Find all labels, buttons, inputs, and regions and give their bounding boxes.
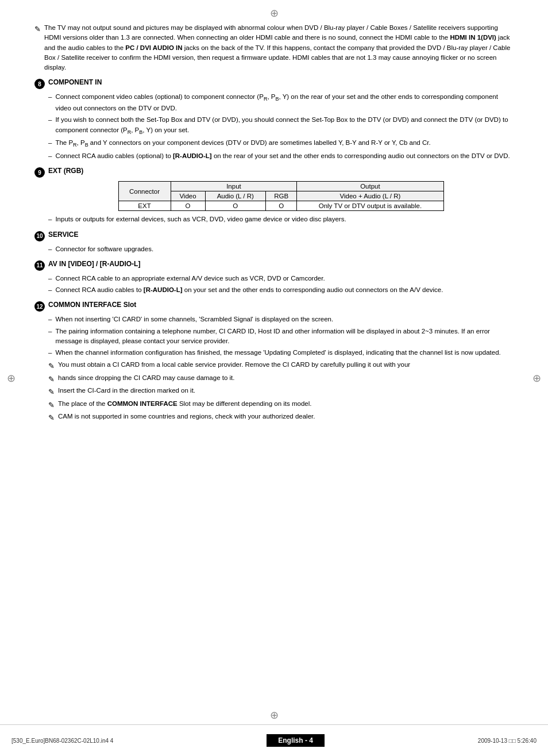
table-subheader-output-detail: Video + Audio (L / R) [297,191,443,201]
list-item: – When not inserting 'CI CARD' in some c… [48,314,514,324]
footer-left-text: [530_E.Euro]BN68-02362C-02L10.in4 4 [11,738,113,744]
note-icon: ✎ [48,412,55,424]
section8-number: 8 [34,79,45,89]
crosshair-bottom-icon: ⊕ [270,709,279,722]
note-icon: ✎ [48,386,55,398]
bullet-text: When not inserting 'CI CARD' in some cha… [55,314,514,324]
section11-header: 11 AV IN [VIDEO] / [R-AUDIO-L] [34,260,514,271]
table-header-input: Input [171,182,297,191]
list-item: – Connect component video cables (option… [48,92,514,113]
bullet-text: The PR, PB and Y connectors on your comp… [55,138,514,149]
note-icon: ✎ [48,374,55,385]
table-subheader-video: Video [171,191,205,201]
dash-icon: – [48,314,52,324]
footer-center: English - 4 [267,734,325,747]
list-item: – When the channel information configura… [48,348,514,358]
section10-title: SERVICE [48,231,78,239]
bullet-text: Connector for software upgrades. [55,244,514,254]
list-item: – If you wish to connect both the Set-To… [48,115,514,136]
dash-icon: – [48,244,52,254]
section12-header: 12 COMMON INTERFACE Slot [34,301,514,312]
page-footer: [530_E.Euro]BN68-02362C-02L10.in4 4 Engl… [0,724,548,756]
crosshair-left-icon: ⊕ [7,372,16,385]
section12-title: COMMON INTERFACE Slot [48,301,136,309]
dash-icon: – [48,327,52,336]
ci-note-2: ✎ hands since dropping the CI CARD may c… [48,373,514,385]
footer-right-text: 2009-10-13 □□ 5:26:40 [478,738,537,744]
crosshair-top-icon: ⊕ [270,7,279,20]
note-text: hands since dropping the CI CARD may cau… [58,373,234,383]
ext-table-wrapper: Connector Input Output Video Audio (L / … [48,181,514,224]
ci-note-1: ✎ You must obtain a CI CARD from a local… [48,360,514,372]
dash-icon: – [48,285,52,295]
table-header-output: Output [297,182,443,191]
table-cell-connector: EXT [118,201,171,211]
bullet-text: The pairing information containing a tel… [55,327,514,347]
section8-bullets: – Connect component video cables (option… [48,92,514,161]
list-item: – Connect RCA cable to an appropriate ex… [48,274,514,283]
dash-icon: – [48,151,52,161]
ext-note-text: Inputs or outputs for external devices, … [55,214,514,224]
section11-title: AV IN [VIDEO] / [R-AUDIO-L] [48,260,140,268]
list-item: – The pairing information containing a t… [48,327,514,347]
table-cell-video: O [171,201,205,211]
section11-bullets: – Connect RCA cable to an appropriate ex… [48,274,514,296]
note-icon: ✎ [48,360,55,372]
bullet-text: If you wish to connect both the Set-Top … [55,115,514,136]
section12-bullets: – When not inserting 'CI CARD' in some c… [48,314,514,358]
table-subheader-audio: Audio (L / R) [205,191,265,201]
section11-number: 11 [34,260,45,271]
hdmi-note: ✎ The TV may not output sound and pictur… [34,23,514,72]
note-icon: ✎ [34,24,41,35]
list-item: – Connect RCA audio cables (optional) to… [48,151,514,161]
section9-title: EXT (RGB) [48,167,83,175]
ci-note-5: ✎ CAM is not supported in some countries… [48,412,514,424]
ci-note-4: ✎ The place of the COMMON INTERFACE Slot… [48,399,514,411]
bullet-text: Connect RCA cable to an appropriate exte… [55,274,514,283]
dash-icon: – [48,214,52,224]
table-row: EXT O O O Only TV or DTV output is avail… [118,201,443,211]
note-text: You must obtain a CI CARD from a local c… [58,360,410,370]
ci-note-3: ✎ Insert the CI-Card in the direction ma… [48,386,514,398]
bullet-text: When the channel information configurati… [55,348,514,358]
note-text: The place of the COMMON INTERFACE Slot m… [58,399,311,409]
crosshair-right-icon: ⊕ [532,372,541,385]
ext-table: Connector Input Output Video Audio (L / … [118,181,444,211]
section12-number: 12 [34,301,45,312]
note-icon: ✎ [48,400,55,411]
table-header-connector: Connector [118,182,171,201]
section8-header: 8 COMPONENT IN [34,78,514,89]
section8-title: COMPONENT IN [48,78,102,86]
section12-notes: ✎ You must obtain a CI CARD from a local… [48,360,514,424]
dash-icon: – [48,274,52,283]
note-text: Insert the CI-Card in the direction mark… [58,386,195,396]
table-subheader-rgb: RGB [265,191,296,201]
table-cell-output: Only TV or DTV output is available. [297,201,443,211]
section10-header: 10 SERVICE [34,231,514,241]
list-item: – Connector for software upgrades. [48,244,514,254]
bullet-text: Connect component video cables (optional… [55,92,514,113]
note-text: CAM is not supported in some countries a… [58,412,315,421]
page-label: English - 4 [267,734,325,747]
section9-number: 9 [34,167,45,178]
bullet-text: Connect RCA audio cables to [R-AUDIO-L] … [55,285,514,295]
section10-number: 10 [34,231,45,241]
dash-icon: – [48,138,52,148]
hdmi-note-text: The TV may not output sound and pictures… [44,23,514,72]
section10-bullets: – Connector for software upgrades. [48,244,514,254]
dash-icon: – [48,115,52,125]
list-item: – Connect RCA audio cables to [R-AUDIO-L… [48,285,514,295]
list-item: – The PR, PB and Y connectors on your co… [48,138,514,149]
dash-icon: – [48,348,52,358]
dash-icon: – [48,92,52,102]
table-cell-rgb: O [265,201,296,211]
ext-note: – Inputs or outputs for external devices… [48,214,514,224]
page-container: ⊕ ⊕ ⊕ ✎ The TV may not output sound and … [0,0,548,756]
section9-header: 9 EXT (RGB) [34,167,514,178]
bullet-text: Connect RCA audio cables (optional) to [… [55,151,514,161]
table-cell-audio: O [205,201,265,211]
